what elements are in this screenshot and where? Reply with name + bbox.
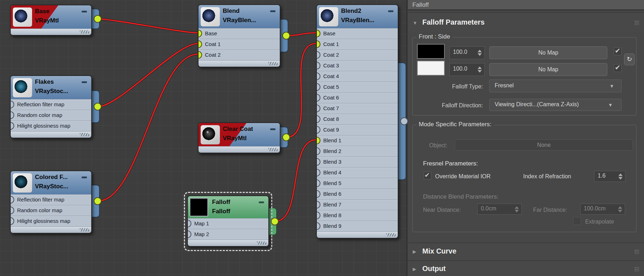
- material-node-flakes[interactable]: FlakesVRayStoc...Reflection filter mapRa…: [10, 75, 92, 138]
- input-socket-icon[interactable]: [316, 211, 320, 219]
- input-socket-icon[interactable]: [10, 111, 14, 119]
- node-resize-footer[interactable]: [11, 131, 91, 138]
- rollout-output[interactable]: ▶ Output: [408, 260, 644, 276]
- output-socket-icon[interactable]: [94, 103, 102, 111]
- minimize-icon[interactable]: [82, 11, 87, 12]
- front-color-swatch[interactable]: [417, 44, 445, 59]
- node-body[interactable]: Clear CoatVRayMtl: [198, 122, 280, 153]
- output-socket-icon[interactable]: [400, 117, 408, 125]
- spinner-arrows-icon[interactable]: [618, 173, 623, 179]
- input-socket-icon[interactable]: [316, 51, 320, 59]
- node-header[interactable]: Colored F...VRayStoc...: [11, 171, 91, 194]
- input-socket-icon[interactable]: [10, 122, 14, 130]
- node-header[interactable]: Blend2VRayBlen...: [317, 5, 398, 28]
- output-socket-icon[interactable]: [94, 197, 102, 205]
- node-header[interactable]: BlendVRayBlen...: [199, 5, 280, 28]
- input-socket-icon[interactable]: [316, 62, 320, 70]
- minimize-icon[interactable]: [259, 201, 264, 203]
- input-socket-icon[interactable]: [316, 72, 320, 80]
- input-socket-icon[interactable]: [316, 169, 320, 177]
- input-socket-icon[interactable]: [10, 196, 14, 204]
- side-amount-spinner[interactable]: 100.0: [449, 63, 485, 76]
- material-node-falloff[interactable]: FalloffFalloffMap 1Map 2: [187, 195, 269, 247]
- input-socket-icon[interactable]: [316, 222, 320, 230]
- input-socket-icon[interactable]: [10, 217, 14, 225]
- rollout-grip-icon[interactable]: [634, 267, 639, 271]
- falloff-direction-dropdown[interactable]: Viewing Directi...(Camera Z-Axis) ▼: [489, 99, 622, 111]
- input-socket-icon[interactable]: [316, 147, 320, 155]
- node-resize-footer[interactable]: [11, 226, 91, 233]
- material-node-blend[interactable]: BlendVRayBlen...BaseCoat 1Coat 2: [198, 4, 280, 67]
- material-node-base[interactable]: BaseVRayMtl: [10, 5, 92, 36]
- front-amount-spinner[interactable]: 100.0: [449, 46, 485, 59]
- resize-grip-icon[interactable]: [268, 62, 278, 65]
- resize-grip-icon[interactable]: [80, 228, 89, 231]
- resize-grip-icon[interactable]: [80, 30, 89, 34]
- node-resize-footer[interactable]: [199, 60, 280, 67]
- input-socket-icon[interactable]: [316, 179, 320, 187]
- input-socket-icon[interactable]: [198, 40, 202, 48]
- node-header[interactable]: FalloffFalloff: [188, 196, 268, 218]
- resize-grip-icon[interactable]: [80, 133, 89, 136]
- resize-grip-icon[interactable]: [268, 148, 278, 151]
- rollout-grip-icon[interactable]: [634, 249, 639, 254]
- minimize-icon[interactable]: [388, 10, 393, 12]
- resize-grip-icon[interactable]: [257, 241, 266, 245]
- minimize-icon[interactable]: [270, 128, 275, 130]
- node-body[interactable]: BlendVRayBlen...BaseCoat 1Coat 2: [198, 4, 280, 67]
- front-map-button[interactable]: No Map: [489, 46, 607, 59]
- node-header[interactable]: BaseVRayMtl: [11, 5, 91, 29]
- ior-spinner[interactable]: 1.6: [594, 171, 625, 182]
- input-socket-icon[interactable]: [316, 104, 320, 112]
- node-header[interactable]: Clear CoatVRayMtl: [199, 123, 280, 146]
- rollout-falloff-parameters[interactable]: ▼ Falloff Parameters: [408, 12, 644, 32]
- node-header[interactable]: FlakesVRayStoc...: [11, 76, 91, 99]
- material-node-colored[interactable]: Colored F...VRayStoc...Reflection filter…: [10, 170, 92, 234]
- input-socket-icon[interactable]: [198, 30, 202, 37]
- side-map-enable-checkbox[interactable]: ✔: [614, 64, 622, 72]
- side-color-swatch[interactable]: [417, 61, 445, 76]
- material-node-blend2[interactable]: Blend2VRayBlen...BaseCoat 1Coat 2Coat 3C…: [316, 4, 398, 239]
- input-socket-icon[interactable]: [316, 83, 320, 91]
- input-socket-icon[interactable]: [10, 101, 14, 108]
- node-body[interactable]: Blend2VRayBlen...BaseCoat 1Coat 2Coat 3C…: [316, 4, 398, 239]
- input-socket-icon[interactable]: [187, 220, 191, 228]
- input-socket-icon[interactable]: [10, 206, 14, 214]
- override-ior-checkbox[interactable]: ✔: [424, 172, 431, 179]
- minimize-icon[interactable]: [82, 177, 87, 178]
- node-resize-footer[interactable]: [317, 231, 398, 238]
- spinner-arrows-icon[interactable]: [478, 67, 482, 73]
- node-resize-footer[interactable]: [188, 240, 268, 246]
- node-graph-canvas[interactable]: BaseVRayMtlFlakesVRayStoc...Reflection f…: [0, 0, 407, 276]
- rollout-grip-icon[interactable]: [634, 20, 639, 25]
- node-body[interactable]: FalloffFalloffMap 1Map 2: [187, 195, 269, 247]
- input-socket-icon[interactable]: [316, 190, 320, 198]
- output-socket-icon[interactable]: [282, 133, 290, 141]
- input-socket-icon[interactable]: [316, 94, 320, 102]
- falloff-type-dropdown[interactable]: Fresnel ▼: [489, 80, 622, 92]
- input-socket-icon[interactable]: [187, 230, 191, 238]
- node-resize-footer[interactable]: [199, 146, 280, 153]
- rollout-mix-curve[interactable]: ▶ Mix Curve: [408, 242, 644, 260]
- input-socket-icon[interactable]: [316, 40, 320, 48]
- minimize-icon[interactable]: [82, 81, 87, 83]
- input-socket-icon[interactable]: [316, 158, 320, 166]
- side-map-button[interactable]: No Map: [489, 63, 607, 76]
- node-body[interactable]: FlakesVRayStoc...Reflection filter mapRa…: [10, 75, 92, 138]
- input-socket-icon[interactable]: [316, 115, 320, 123]
- node-body[interactable]: BaseVRayMtl: [10, 5, 92, 36]
- spinner-arrows-icon[interactable]: [478, 50, 482, 56]
- input-socket-icon[interactable]: [316, 30, 320, 37]
- input-socket-icon[interactable]: [316, 201, 320, 209]
- input-socket-icon[interactable]: [316, 137, 320, 144]
- input-socket-icon[interactable]: [316, 126, 320, 134]
- node-body[interactable]: Colored F...VRayStoc...Reflection filter…: [10, 170, 92, 234]
- swap-colors-button[interactable]: ↻: [624, 53, 635, 65]
- front-map-enable-checkbox[interactable]: ✔: [614, 47, 622, 55]
- output-socket-icon[interactable]: [282, 32, 290, 40]
- input-socket-icon[interactable]: [198, 51, 202, 59]
- minimize-icon[interactable]: [270, 10, 275, 12]
- output-socket-icon[interactable]: [94, 15, 102, 23]
- resize-grip-icon[interactable]: [386, 233, 396, 236]
- output-socket-icon[interactable]: [271, 218, 279, 225]
